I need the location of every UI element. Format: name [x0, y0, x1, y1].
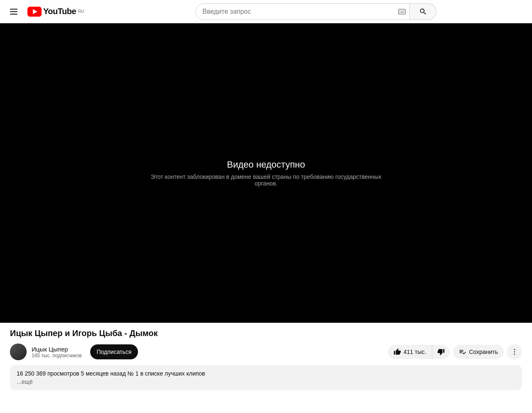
channel-name[interactable]: Ицык Цыпер: [32, 346, 82, 353]
dislike-button[interactable]: [432, 345, 450, 359]
video-stats: 16 250 369 просмотров 5 месяцев назад № …: [17, 370, 515, 377]
search-form: [195, 3, 436, 20]
video-info-section: Ицык Цыпер и Игорь Цыба - Дымок Ицык Цып…: [0, 323, 532, 390]
header-left: YouTubeRU: [7, 5, 106, 18]
youtube-logo-icon: [27, 7, 42, 17]
save-label: Сохранить: [469, 349, 498, 355]
country-label: RU: [78, 9, 84, 14]
youtube-text: YouTube: [43, 7, 76, 16]
menu-button[interactable]: [7, 5, 21, 18]
channel-subs: 165 тыс. подписчиков: [32, 353, 82, 359]
action-buttons: 411 тыс. Сохранить: [388, 344, 522, 359]
logo[interactable]: YouTubeRU: [27, 7, 84, 17]
save-button[interactable]: Сохранить: [453, 345, 504, 359]
svg-rect-6: [404, 10, 404, 11]
avatar-image: [10, 344, 27, 360]
header-center: [166, 3, 466, 20]
svg-rect-4: [401, 10, 402, 11]
svg-rect-7: [399, 12, 400, 12]
search-input[interactable]: [202, 8, 396, 15]
svg-point-11: [514, 351, 515, 353]
search-button[interactable]: [410, 3, 436, 20]
channel-info: Ицык Цыпер 165 тыс. подписчиков: [32, 346, 82, 359]
video-unavailable-title: Видео недоступно: [227, 159, 305, 170]
description-expand[interactable]: ...ещё: [17, 378, 515, 385]
channel-avatar[interactable]: [10, 344, 27, 360]
svg-rect-5: [402, 10, 403, 11]
like-button[interactable]: 411 тыс.: [388, 345, 433, 359]
keyboard-input-button[interactable]: [396, 6, 408, 17]
svg-point-12: [514, 354, 515, 355]
more-options-button[interactable]: [507, 344, 522, 359]
svg-rect-3: [399, 10, 400, 11]
svg-rect-9: [404, 12, 404, 12]
video-player[interactable]: Видео недоступно Этот контент заблокиров…: [0, 23, 532, 323]
like-count: 411 тыс.: [404, 349, 426, 355]
channel-left: Ицык Цыпер 165 тыс. подписчиков Подписат…: [10, 344, 138, 360]
video-title: Ицык Цыпер и Игорь Цыба - Дымок: [10, 328, 522, 339]
video-unavailable-desc: Этот контент заблокирован в домене вашей…: [141, 173, 391, 187]
main-content: Видео недоступно Этот контент заблокиров…: [0, 23, 532, 390]
search-input-container: [195, 3, 410, 20]
channel-row: Ицык Цыпер 165 тыс. подписчиков Подписат…: [10, 344, 522, 360]
subscribe-button[interactable]: Подписаться: [90, 344, 138, 359]
svg-rect-8: [401, 12, 403, 12]
svg-point-10: [514, 349, 515, 350]
header: YouTubeRU: [0, 0, 532, 23]
svg-rect-2: [399, 9, 406, 14]
description-box[interactable]: 16 250 369 просмотров 5 месяцев назад № …: [10, 365, 522, 390]
like-dislike-container: 411 тыс.: [388, 345, 450, 359]
